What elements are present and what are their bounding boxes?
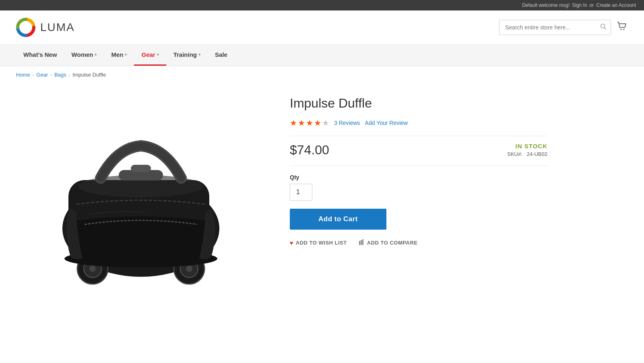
svg-point-15 (186, 266, 192, 272)
product-image-area (16, 91, 266, 325)
main-nav: What's New Women ▾ Men ▾ Gear ▾ Training… (0, 45, 644, 66)
product-image (28, 95, 254, 321)
wishlist-compare-row: ♥ ADD TO WISH LIST ADD TO COMPARE (290, 239, 547, 246)
svg-rect-24 (362, 239, 363, 245)
site-header: LUMA (0, 10, 644, 45)
svg-line-2 (605, 28, 607, 30)
add-to-wishlist-button[interactable]: ♥ ADD TO WISH LIST (290, 240, 347, 246)
nav-item-sale[interactable]: Sale (208, 45, 235, 66)
search-button[interactable] (596, 20, 611, 35)
top-bar: Default welcome msg! Sign In or Create a… (0, 0, 644, 10)
add-review-link[interactable]: Add Your Review (365, 120, 408, 126)
breadcrumb-home[interactable]: Home (16, 72, 30, 78)
star-2: ★ (298, 118, 305, 128)
svg-point-12 (89, 266, 96, 272)
star-5: ★ (322, 118, 329, 128)
star-1: ★ (290, 118, 297, 128)
rating-row: ★ ★ ★ ★ ★ 3 Reviews Add Your Review (290, 118, 547, 128)
product-detail: Impulse Duffle ★ ★ ★ ★ ★ 3 Reviews Add Y… (290, 91, 547, 325)
nav-item-whats-new[interactable]: What's New (16, 45, 64, 66)
chevron-down-icon: ▾ (157, 52, 159, 57)
star-3: ★ (306, 118, 313, 128)
star-rating: ★ ★ ★ ★ ★ (290, 118, 329, 128)
svg-point-3 (621, 29, 622, 30)
svg-rect-22 (359, 241, 360, 245)
nav-item-training[interactable]: Training ▾ (166, 45, 208, 66)
sku-line: SKU#: 24-UB02 (507, 151, 547, 157)
logo-area[interactable]: LUMA (16, 18, 75, 37)
logo-text: LUMA (40, 21, 75, 34)
chevron-down-icon: ▾ (198, 52, 200, 57)
cart-icon (617, 21, 628, 32)
qty-input[interactable] (290, 184, 312, 201)
product-image-svg (36, 108, 246, 309)
product-price: $74.00 (290, 143, 329, 158)
nav-item-men[interactable]: Men ▾ (104, 45, 134, 66)
add-to-compare-button[interactable]: ADD TO COMPARE (359, 239, 418, 246)
or-separator: or (590, 2, 594, 8)
stock-sku: IN STOCK SKU#: 24-UB02 (507, 143, 547, 157)
breadcrumb-sep: › (33, 73, 34, 77)
compare-icon (359, 239, 365, 246)
svg-rect-23 (361, 240, 362, 245)
create-account-link[interactable]: Create an Account (596, 2, 636, 8)
star-4: ★ (314, 118, 321, 128)
search-input[interactable] (500, 21, 596, 34)
review-count-link[interactable]: 3 Reviews (334, 120, 360, 126)
svg-rect-9 (131, 165, 151, 172)
search-icon (600, 23, 607, 30)
qty-label: Qty (290, 174, 547, 180)
breadcrumb-bags[interactable]: Bags (54, 72, 66, 78)
svg-point-17 (64, 250, 217, 268)
product-title: Impulse Duffle (290, 95, 547, 111)
breadcrumb: Home › Gear › Bags › Impulse Duffle (0, 66, 644, 83)
header-right (499, 20, 628, 35)
breadcrumb-current: Impulse Duffle (72, 72, 106, 78)
breadcrumb-sep: › (50, 73, 52, 77)
breadcrumb-gear[interactable]: Gear (36, 72, 48, 78)
chevron-down-icon: ▾ (125, 52, 127, 57)
price-stock-row: $74.00 IN STOCK SKU#: 24-UB02 (290, 143, 547, 158)
cart-button[interactable] (617, 21, 628, 34)
svg-point-4 (623, 29, 625, 30)
in-stock-badge: IN STOCK (507, 143, 547, 149)
sku-label: SKU#: (507, 151, 522, 157)
add-to-cart-button[interactable]: Add to Cart (290, 209, 386, 230)
nav-item-gear[interactable]: Gear ▾ (134, 45, 166, 66)
breadcrumb-sep: › (69, 73, 70, 77)
sku-value: 24-UB02 (527, 151, 547, 157)
sign-in-link[interactable]: Sign In (572, 2, 587, 8)
divider-1 (290, 136, 547, 136)
search-form (499, 20, 611, 35)
nav-item-women[interactable]: Women ▾ (64, 45, 104, 66)
welcome-message: Default welcome msg! (522, 2, 570, 8)
chevron-down-icon: ▾ (95, 52, 97, 57)
product-page: Impulse Duffle ★ ★ ★ ★ ★ 3 Reviews Add Y… (0, 83, 564, 349)
heart-icon: ♥ (290, 240, 293, 246)
luma-logo-icon (16, 18, 35, 37)
divider-2 (290, 166, 547, 166)
